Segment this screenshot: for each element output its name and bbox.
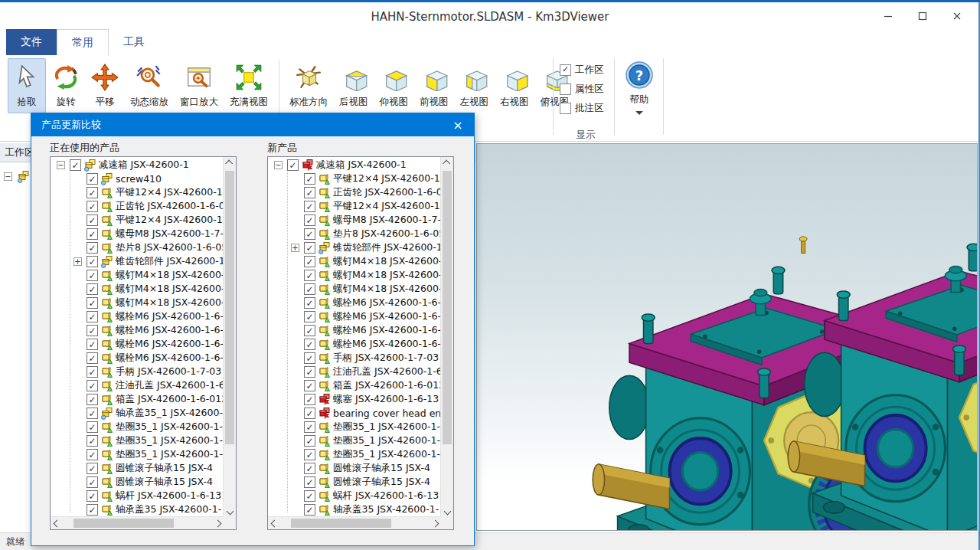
- tree-item-checkbox[interactable]: ✓: [87, 449, 98, 460]
- tree-item[interactable]: ✓箱盖 JSX-42600-1-6-012: [268, 378, 441, 392]
- tree-item[interactable]: ✓平键12×4 JSX-42600-1-6: [51, 185, 224, 199]
- toolbar-button-front-view[interactable]: 前视图: [414, 58, 454, 113]
- viewport-3d[interactable]: [476, 143, 978, 531]
- tree-item[interactable]: +✓锥齿轮部件 JSX-42600-1: [268, 241, 441, 254]
- tree-item[interactable]: ✓垫圈35_1 JSX-42600-1-1: [51, 434, 224, 447]
- checkbox[interactable]: ✓: [560, 64, 571, 76]
- tab-常用[interactable]: 常用: [57, 29, 109, 55]
- tree-item[interactable]: ✓蜗杆 JSX-42600-1-6-131: [268, 489, 441, 503]
- tree-item-checkbox[interactable]: ✓: [87, 201, 98, 212]
- vertical-scrollbar[interactable]: [440, 157, 453, 517]
- tree-item-checkbox[interactable]: ✓: [87, 490, 98, 502]
- chevron-down-icon[interactable]: [635, 111, 643, 115]
- close-button[interactable]: [939, 2, 974, 29]
- tree-item[interactable]: ✓螺栓M6 JSX-42600-1-6-1: [268, 309, 441, 323]
- tree-item-checkbox[interactable]: ✓: [304, 311, 315, 322]
- tree-item[interactable]: ✓垫圈35_1 JSX-42600-1-1: [268, 434, 441, 447]
- tree-item-checkbox[interactable]: ✓: [87, 463, 98, 474]
- tree-item[interactable]: ✓垫圈35_1 JSX-42600-1-1: [51, 447, 224, 461]
- tree-item-checkbox[interactable]: ✓: [87, 352, 98, 364]
- tree-item-checkbox[interactable]: ✓: [87, 394, 98, 405]
- tree-item-checkbox[interactable]: ✓: [87, 435, 98, 447]
- maximize-button[interactable]: [905, 2, 939, 29]
- dialog-titlebar[interactable]: 产品更新比较 ×: [31, 113, 474, 136]
- tree-item[interactable]: ✓平键12×4 JSX-42600-1-6: [51, 213, 224, 227]
- tree-item-checkbox[interactable]: ✓: [304, 476, 315, 488]
- scroll-up-button[interactable]: [224, 157, 236, 169]
- tree-item[interactable]: −✓减速箱 JSX-42600-1: [268, 158, 441, 172]
- horizontal-scrollbar[interactable]: [268, 516, 441, 529]
- tree-item[interactable]: ✓螺钉M4×18 JSX-42600-1: [268, 254, 441, 268]
- toolbar-button-zoom-window[interactable]: 窗口放大: [175, 58, 224, 113]
- tree-expander-minus[interactable]: −: [57, 161, 65, 169]
- tree-item[interactable]: ✓螺栓M6 JSX-42600-1-6-1: [268, 323, 441, 337]
- tree-item-checkbox[interactable]: ✓: [87, 380, 98, 391]
- tree-item-checkbox[interactable]: ✓: [87, 408, 98, 419]
- toolbar-button-pick[interactable]: 拾取: [8, 58, 46, 113]
- tab-文件[interactable]: 文件: [6, 29, 57, 55]
- tree-item-checkbox[interactable]: ✓: [87, 366, 98, 378]
- tree-item[interactable]: ✓平键12×4 JSX-42600-1-6: [268, 199, 441, 213]
- tree-item[interactable]: ✓正齿轮 JSX-42600-1-6-0: [51, 199, 224, 213]
- tree-item[interactable]: ✓轴承盖35 JSX-42600-1-: [268, 503, 441, 516]
- tree-item-checkbox[interactable]: ✓: [304, 504, 315, 516]
- tree-item[interactable]: ✓垫圈35_1 JSX-42600-1-1: [268, 420, 441, 434]
- tree-item[interactable]: ✓圆锥滚子轴承15 JSX-4: [51, 475, 224, 489]
- tree-item[interactable]: ✓螺栓M6 JSX-42600-1-6-1: [51, 323, 224, 337]
- vertical-scrollbar[interactable]: [223, 157, 236, 517]
- dialog-close-button[interactable]: ×: [442, 113, 474, 136]
- tree-item[interactable]: ✓螺栓M6 JSX-42600-1-6-1: [51, 351, 224, 365]
- tree-item-checkbox[interactable]: ✓: [87, 504, 98, 516]
- tree-item[interactable]: ✓手柄 JSX-42600-1-7-03: [51, 365, 224, 378]
- tree-item-checkbox[interactable]: ✓: [87, 311, 98, 322]
- tree-item-checkbox[interactable]: ✓: [304, 380, 315, 391]
- toolbar-button-back-view[interactable]: 后视图: [334, 58, 374, 113]
- scrollbar-thumb[interactable]: [291, 519, 391, 528]
- tree-item-checkbox[interactable]: ✓: [87, 214, 98, 226]
- tree-item[interactable]: ✓螺钉M4×18 JSX-42600-1: [51, 296, 224, 309]
- tree-item[interactable]: ✓圆锥滚子轴承15 JSX-4: [268, 475, 441, 489]
- tree-item-checkbox[interactable]: ✓: [304, 421, 315, 433]
- tree-item-checkbox[interactable]: ✓: [70, 159, 81, 171]
- toolbar-button-top-view[interactable]: 仰视图: [374, 58, 414, 113]
- tree-item-checkbox[interactable]: ✓: [87, 283, 98, 295]
- scroll-up-button[interactable]: [441, 157, 453, 169]
- tree-item-checkbox[interactable]: ✓: [87, 270, 98, 281]
- scroll-down-button[interactable]: [441, 505, 453, 517]
- tree-item[interactable]: ✓螺栓M6 JSX-42600-1-6-1: [51, 337, 224, 351]
- toolbar-button-orientation[interactable]: 标准方向: [284, 58, 333, 113]
- tree-item[interactable]: ✓螺母M8 JSX-42600-1-7-0: [268, 213, 441, 227]
- checkbox[interactable]: [560, 83, 571, 95]
- scroll-left-button[interactable]: [51, 517, 63, 529]
- tree-item-checkbox[interactable]: ✓: [87, 297, 98, 309]
- toolbar-button-rotate[interactable]: 旋转: [47, 58, 85, 113]
- tree-item[interactable]: ✓螺钉M4×18 JSX-42600-1: [268, 268, 441, 282]
- tree-item[interactable]: ✓螺钉M4×18 JSX-42600-1: [51, 282, 224, 296]
- tree-item[interactable]: ✓螺母M8 JSX-42600-1-7-0: [51, 227, 224, 241]
- tree-item-checkbox[interactable]: ✓: [304, 297, 315, 309]
- scroll-right-button[interactable]: [429, 517, 441, 529]
- help-button[interactable]: ? 帮助: [617, 60, 662, 115]
- tree-item[interactable]: ✓bearing cover head enve: [268, 406, 441, 420]
- toolbar-button-left-view[interactable]: 左视图: [455, 58, 495, 113]
- toolbar-button-pan[interactable]: 平移: [86, 58, 124, 113]
- tree-item[interactable]: ✓垫片8 JSX-42600-1-6-05: [268, 227, 441, 241]
- tree-item-checkbox[interactable]: ✓: [304, 449, 315, 460]
- tree-expander-plus[interactable]: +: [74, 257, 82, 266]
- tree-item-checkbox[interactable]: ✓: [87, 325, 98, 336]
- tab-工具[interactable]: 工具: [109, 29, 159, 55]
- scrollbar-thumb[interactable]: [74, 519, 174, 528]
- tree-item[interactable]: ✓screw410: [51, 172, 224, 185]
- tree-item-checkbox[interactable]: ✓: [87, 242, 98, 254]
- tree-item-checkbox[interactable]: ✓: [87, 339, 98, 350]
- tree-item[interactable]: ✓垫圈35_1 JSX-42600-1-1: [51, 420, 224, 434]
- tree-item[interactable]: ✓螺栓M6 JSX-42600-1-6-1: [268, 296, 441, 309]
- tree-item-checkbox[interactable]: ✓: [304, 270, 315, 281]
- tree-item-checkbox[interactable]: ✓: [87, 256, 98, 267]
- tree-item[interactable]: ✓垫圈35_1 JSX-42600-1-1: [268, 447, 441, 461]
- toolbar-button-fit-view[interactable]: 充满视图: [224, 58, 273, 113]
- tree-item[interactable]: ✓注油孔盖 JSX-42600-1-6: [51, 378, 224, 392]
- tree-item-checkbox[interactable]: ✓: [304, 256, 315, 267]
- tree-expander-minus[interactable]: −: [274, 161, 283, 169]
- tree-item[interactable]: ✓圆锥滚子轴承15 JSX-4: [51, 461, 224, 475]
